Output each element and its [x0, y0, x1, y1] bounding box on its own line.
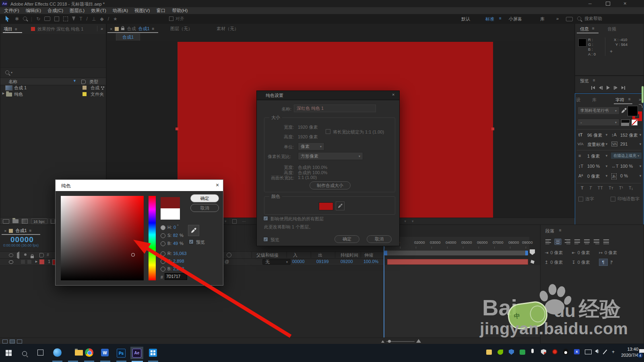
justify-all-button[interactable]	[603, 239, 610, 245]
menu-edit[interactable]: 编辑(E)	[26, 8, 41, 14]
work-area-end-handle[interactable]	[525, 251, 528, 255]
hue-slider[interactable]	[149, 196, 156, 280]
type-tool-icon[interactable]: T	[79, 16, 82, 22]
project-search-box[interactable]: ▾	[5, 70, 12, 74]
justify-last-right-button[interactable]	[593, 239, 600, 245]
taskbar-chrome-icon[interactable]	[85, 348, 93, 357]
kerning-value[interactable]: 度量标准	[587, 142, 605, 148]
left-indent-value[interactable]: 0 像素	[550, 250, 563, 256]
trash-icon[interactable]	[51, 219, 55, 224]
tab-info[interactable]: 信息	[580, 26, 589, 32]
sync-settings-icon[interactable]	[566, 17, 573, 21]
workspace-library[interactable]: 库	[540, 16, 545, 22]
taskbar-media-app-icon[interactable]: W	[101, 349, 109, 356]
workspace-small-screen[interactable]: 小屏幕	[509, 16, 522, 22]
no-fill-icon[interactable]	[632, 119, 638, 125]
brightness-value[interactable]: 49	[173, 241, 178, 246]
expand-arrow-icon[interactable]: ►	[2, 91, 5, 95]
taskbar-tile-app-icon[interactable]	[149, 349, 157, 357]
vertical-scale-value[interactable]: 100 %	[587, 164, 600, 169]
workspace-default[interactable]: 默认	[461, 16, 470, 22]
label-column-icon[interactable]	[81, 80, 86, 84]
baseline-shift-menu-icon[interactable]: ▼	[605, 174, 608, 178]
picker-eyedropper-button[interactable]	[188, 225, 199, 236]
work-area-bar[interactable]	[384, 251, 528, 255]
column-in[interactable]: 入	[293, 252, 297, 258]
justify-last-center-button[interactable]	[583, 239, 590, 245]
small-caps-icon[interactable]: Tᴛ	[609, 185, 613, 190]
hue-value[interactable]: 0	[173, 225, 176, 230]
tab-project[interactable]: 项目	[4, 26, 12, 32]
parent-dropdown[interactable]: 无 ▾	[262, 259, 291, 265]
project-item-name[interactable]: 纯色	[14, 91, 23, 97]
saturation-value[interactable]: 82	[173, 233, 178, 238]
work-area-start-handle[interactable]	[384, 251, 387, 255]
text-direction-ltr-button[interactable]: ¶	[599, 259, 608, 266]
expand-layers-toggle-icon[interactable]	[2, 339, 8, 343]
brightness-radio[interactable]	[161, 241, 165, 246]
font-family-dropdown[interactable]: 李旭科毛笔行书 ▾	[578, 107, 619, 115]
menu-composition[interactable]: 合成(C)	[47, 8, 63, 14]
menu-layer[interactable]: 图层(L)	[70, 8, 85, 14]
menu-effect[interactable]: 效果(T)	[91, 8, 106, 14]
resolution-menu-icon[interactable]: ▾	[412, 219, 414, 223]
viewer-panel-menu-icon[interactable]: ≡	[152, 27, 155, 31]
hindi-digits-checkbox[interactable]	[611, 197, 615, 202]
pickwhip-icon[interactable]: @	[225, 259, 229, 264]
color-eyedropper-button[interactable]	[336, 202, 345, 210]
expand-inout-toggle-icon[interactable]	[10, 339, 15, 343]
lock-aspect-checkbox[interactable]	[326, 129, 330, 134]
zoom-out-mountain-icon[interactable]	[381, 340, 384, 343]
hand-tool-icon[interactable]: ✱	[15, 16, 19, 22]
layer-video-eye-icon[interactable]	[9, 260, 13, 264]
tab-layer[interactable]: 图层（无）	[170, 26, 192, 32]
taskbar-browser-icon[interactable]	[53, 348, 62, 357]
menu-view[interactable]: 视图(V)	[134, 8, 150, 14]
ligatures-checkbox[interactable]	[578, 197, 583, 202]
tray-home-icon[interactable]	[486, 350, 492, 355]
layer-handle[interactable]	[175, 128, 178, 130]
taskbar-explorer-icon[interactable]	[75, 350, 83, 356]
solid-color-swatch[interactable]	[319, 202, 333, 210]
settings-cancel-button[interactable]: 取消	[367, 235, 392, 243]
font-size-menu-icon[interactable]: ▼	[605, 133, 608, 137]
tab-library[interactable]: 库	[592, 97, 597, 103]
maximize-button[interactable]	[606, 2, 610, 6]
table-row[interactable]: ► 纯色 文件夹	[0, 91, 106, 97]
green-radio[interactable]	[161, 259, 165, 264]
table-row[interactable]: 合成 1 合成	[0, 84, 106, 91]
layer-handle[interactable]	[491, 128, 494, 130]
taskbar-search-icon[interactable]	[22, 351, 27, 356]
help-search-box[interactable]	[577, 15, 638, 22]
task-view-icon[interactable]	[37, 350, 43, 356]
align-right-button[interactable]	[564, 239, 571, 245]
project-tabs-overflow-icon[interactable]: »	[101, 26, 103, 31]
tray-defender-alert-icon[interactable]	[541, 349, 546, 355]
tracking-menu-icon[interactable]: ▼	[639, 142, 642, 146]
play-button[interactable]	[607, 86, 610, 90]
picker-preview-checkbox[interactable]: ✓	[189, 239, 194, 244]
menu-file[interactable]: 文件(F)	[4, 8, 19, 14]
info-panel-menu-icon[interactable]: ≡	[592, 26, 594, 31]
justify-last-left-button[interactable]	[574, 239, 581, 245]
layer-out-value[interactable]: 09199	[316, 259, 329, 264]
camera-menu-icon[interactable]: ▾	[405, 219, 407, 223]
layer-bar-end-icon[interactable]	[530, 260, 535, 264]
last-frame-button[interactable]	[621, 86, 625, 90]
tab-footage[interactable]: 素材（无）	[217, 26, 239, 32]
eraser-tool-icon[interactable]: ◆	[100, 16, 103, 22]
comp-marker-icon[interactable]	[530, 249, 535, 255]
layer-label-swatch[interactable]	[39, 259, 44, 264]
bit-depth-button[interactable]: 16 bpc	[31, 218, 47, 224]
workspace-standard-menu-icon[interactable]: ≡	[499, 16, 502, 21]
timeline-panel-menu-icon[interactable]: ≡	[29, 228, 32, 233]
workspace-standard[interactable]: 标准	[485, 16, 494, 22]
column-duration[interactable]: 持续时间	[341, 252, 358, 258]
tray-thunder-icon[interactable]: X	[574, 349, 580, 354]
layer-switch-box[interactable]	[27, 260, 31, 264]
fill-color-swatch[interactable]	[627, 106, 638, 116]
text-eyedropper-icon[interactable]	[621, 108, 627, 114]
graph-editor-toggle-icon[interactable]	[17, 339, 22, 343]
character-panel-menu-icon[interactable]: ≡	[628, 97, 631, 101]
tray-volume-icon[interactable]: )	[595, 349, 599, 353]
